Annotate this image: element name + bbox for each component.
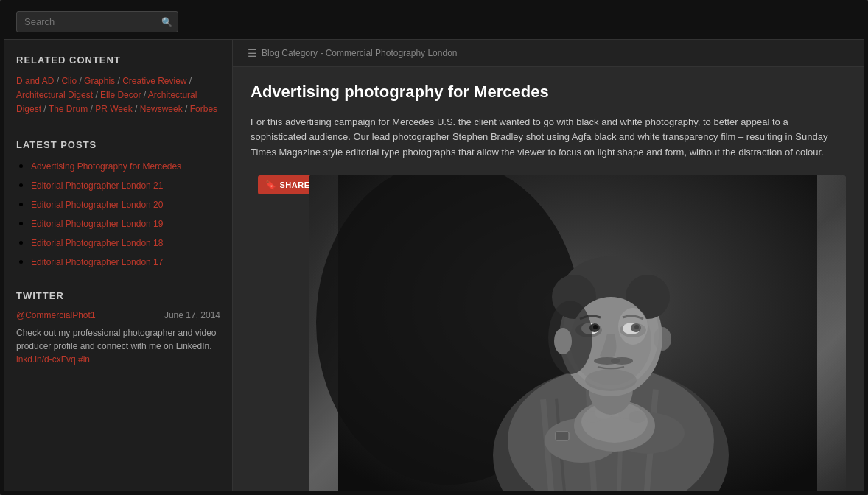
svg-point-39 (618, 308, 648, 345)
post-link-london18[interactable]: Editorial Photographer London 18 (31, 238, 163, 248)
menu-icon: ☰ (248, 47, 257, 59)
related-link-arch-digest[interactable]: Architectural Digest (16, 90, 93, 100)
list-item: Editorial Photographer London 20 (31, 197, 220, 211)
main-content: ☰ Blog Category - Commercial Photography… (233, 40, 864, 491)
search-wrapper: 🔍 (16, 11, 178, 32)
svg-point-18 (629, 411, 646, 423)
related-link-elle-decor[interactable]: Elle Decor (100, 90, 141, 100)
latest-posts-title: LATEST POSTS (16, 139, 220, 150)
related-link-clio[interactable]: Clio (61, 76, 77, 86)
svg-point-40 (554, 328, 572, 354)
post-link-london20[interactable]: Editorial Photographer London 20 (31, 200, 163, 210)
twitter-date: June 17, 2014 (164, 310, 220, 320)
related-link-graphis[interactable]: Graphis (84, 76, 115, 86)
portrait-svg (309, 175, 846, 491)
svg-point-37 (585, 369, 637, 391)
portrait-photo (309, 175, 846, 491)
twitter-handle[interactable]: @CommercialPhot1 (16, 310, 96, 320)
content-area: Advertising photography for Mercedes For… (233, 67, 864, 491)
latest-posts-list: Advertising Photography for Mercedes Edi… (16, 159, 220, 268)
svg-point-33 (593, 325, 598, 329)
svg-rect-19 (556, 432, 569, 440)
latest-posts-section: LATEST POSTS Advertising Photography for… (16, 139, 220, 268)
search-input[interactable] (16, 11, 178, 32)
related-link-creative-review[interactable]: Creative Review (122, 76, 186, 86)
related-content-section: RELATED CONTENT D and AD / Clio / Graphi… (16, 55, 220, 117)
twitter-meta: @CommercialPhot1 June 17, 2014 (16, 310, 220, 320)
post-link-london17[interactable]: Editorial Photographer London 17 (31, 257, 163, 267)
share-panel: 🔖 SHARE (251, 175, 309, 194)
post-link-mercedes[interactable]: Advertising Photography for Mercedes (31, 161, 181, 172)
svg-point-41 (654, 327, 671, 351)
list-item: Editorial Photographer London 19 (31, 217, 220, 230)
related-link-the-drum[interactable]: The Drum (49, 104, 88, 114)
list-item: Editorial Photographer London 21 (31, 178, 220, 192)
sidebar: RELATED CONTENT D and AD / Clio / Graphi… (4, 40, 233, 491)
post-link-london19[interactable]: Editorial Photographer London 19 (31, 219, 163, 229)
twitter-section: TWITTER @CommercialPhot1 June 17, 2014 C… (16, 290, 220, 366)
list-item: Advertising Photography for Mercedes (31, 159, 220, 172)
list-item: Editorial Photographer London 18 (31, 236, 220, 249)
related-link-forbes[interactable]: Forbes (190, 104, 217, 114)
breadcrumb-text: Blog Category - Commercial Photography L… (262, 48, 457, 58)
top-bar: 🔍 (4, 4, 864, 40)
share-button[interactable]: 🔖 SHARE (258, 175, 318, 194)
article-title: Advertising photography for Mercedes (251, 82, 846, 103)
twitter-link[interactable]: lnkd.in/d-cxFvq #in (16, 354, 90, 365)
share-icon: 🔖 (265, 180, 277, 190)
svg-point-36 (611, 357, 633, 365)
related-link-dad[interactable]: D and AD (16, 76, 54, 86)
related-link-newsweek[interactable]: Newsweek (140, 104, 183, 114)
article-body: For this advertising campaign for Merced… (251, 115, 846, 161)
twitter-text: Check out my professional photographer a… (16, 326, 220, 366)
post-link-london21[interactable]: Editorial Photographer London 21 (31, 180, 163, 191)
photo-frame (309, 175, 846, 491)
related-content-title: RELATED CONTENT (16, 55, 220, 66)
twitter-title: TWITTER (16, 290, 220, 301)
app-frame: 🔍 RELATED CONTENT D and AD / Clio / Grap… (0, 0, 868, 495)
breadcrumb: ☰ Blog Category - Commercial Photography… (233, 40, 864, 67)
related-link-pr-week[interactable]: PR Week (95, 104, 132, 114)
search-icon[interactable]: 🔍 (161, 17, 172, 27)
share-label: SHARE (280, 180, 310, 189)
related-links: D and AD / Clio / Graphis / Creative Rev… (16, 74, 220, 117)
list-item: Editorial Photographer London 17 (31, 255, 220, 268)
main-layout: RELATED CONTENT D and AD / Clio / Graphi… (4, 40, 864, 491)
image-container: 🔖 SHARE (251, 175, 846, 491)
